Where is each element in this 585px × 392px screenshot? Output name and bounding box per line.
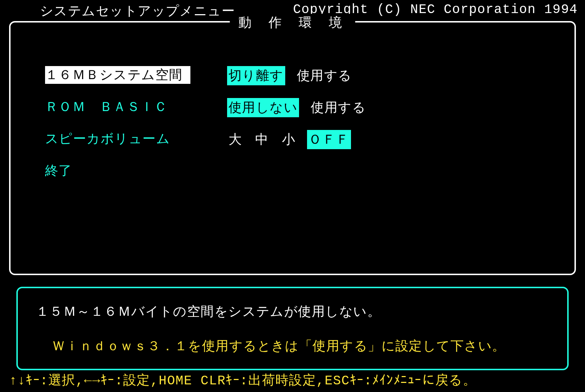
option-use[interactable]: 使用する [295, 66, 354, 85]
setting-row-speaker-volume[interactable]: スピーカボリューム [45, 130, 190, 148]
setting-options-speaker-volume: 大 中 小 ＯＦＦ [227, 130, 351, 149]
option-volume-small[interactable]: 小 [281, 130, 297, 149]
setting-label-exit: 終了 [45, 162, 190, 180]
option-volume-off[interactable]: ＯＦＦ [307, 130, 351, 149]
setting-label-16mb-space: １６ＭＢシステム空間 [45, 66, 190, 84]
option-not-use[interactable]: 使用しない [227, 98, 299, 117]
setting-options-rom-basic: 使用しない 使用する [227, 98, 367, 117]
help-panel: １５Ｍ～１６Ｍバイトの空間をシステムが使用しない。 Ｗｉｎｄｏｗｓ３．１を使用す… [16, 287, 569, 370]
setting-row-16mb-space[interactable]: １６ＭＢシステム空間 [45, 66, 190, 84]
help-line-1: １５Ｍ～１６Ｍバイトの空間をシステムが使用しない。 [36, 303, 549, 320]
setting-row-exit[interactable]: 終了 [45, 162, 190, 180]
option-volume-medium[interactable]: 中 [254, 130, 270, 149]
operating-environment-panel: 動 作 環 境 １６ＭＢシステム空間 切り離す 使用する ＲＯＭ ＢＡＳＩＣ 使… [9, 21, 576, 275]
menu-title: システムセットアップメニュー [40, 2, 235, 20]
panel-title: 動 作 環 境 [230, 14, 355, 32]
option-use[interactable]: 使用する [309, 98, 367, 117]
setting-label-speaker-volume: スピーカボリューム [45, 130, 190, 148]
setting-row-rom-basic[interactable]: ＲＯＭ ＢＡＳＩＣ [45, 98, 190, 116]
help-line-2: Ｗｉｎｄｏｗｓ３．１を使用するときは「使用する」に設定して下さい。 [36, 337, 549, 355]
option-volume-large[interactable]: 大 [227, 130, 243, 149]
key-legend: ↑↓ｷｰ:選択,←→ｷｰ:設定,HOME CLRｷｰ:出荷時設定,ESCｷｰ:ﾒ… [9, 371, 476, 389]
setting-options-16mb-space: 切り離す 使用する [227, 66, 354, 85]
setting-label-rom-basic: ＲＯＭ ＢＡＳＩＣ [45, 98, 190, 116]
option-detach[interactable]: 切り離す [227, 66, 285, 85]
